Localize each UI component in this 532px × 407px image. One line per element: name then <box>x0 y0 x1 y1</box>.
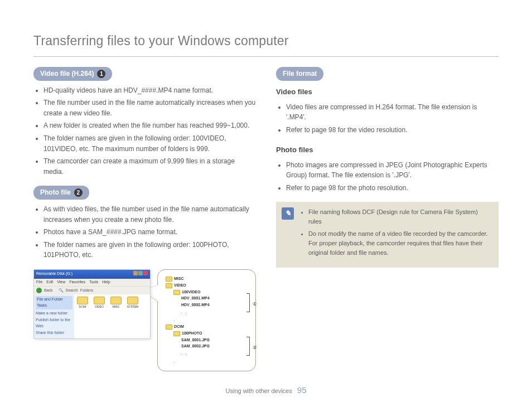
window-buttons <box>133 271 148 278</box>
sidebar-item: Publish folder to the Web <box>36 317 72 330</box>
list-item: Video files are compressed in H.264 form… <box>286 102 499 123</box>
tool-search: 🔍 <box>59 288 64 294</box>
tree-label: MISC <box>174 276 184 282</box>
bracket-label: ② <box>253 345 257 351</box>
list-item: A new folder is created when the file nu… <box>43 120 256 131</box>
tree-node: DCIM <box>166 324 239 330</box>
subhead-photo-files: Photo files <box>276 144 499 156</box>
tree-label: 100PHOTO <box>182 331 202 337</box>
explorer-titlebar: Removable Disk (G:) <box>34 270 150 279</box>
explorer-title: Removable Disk (G:) <box>36 271 72 278</box>
pill-label: Video file (H.264) <box>40 69 94 79</box>
explorer-sidebar: File and Folder Tasks Make a new folder … <box>34 294 74 338</box>
diagram-row: Removable Disk (G:) File Edit View Favor… <box>33 269 256 371</box>
folder-icon <box>166 283 172 288</box>
list-item: Refer to page 98 for the video resolutio… <box>286 125 499 135</box>
list-item: The camcorder can create a maximum of 9,… <box>43 156 256 177</box>
folder-label: MISC <box>110 305 122 309</box>
list-item: The folder names are given in the follow… <box>43 133 256 154</box>
folder-tree-callout: MISC VIDEO 100VIDEO HDV_0001.MP4 HDV_000… <box>157 269 256 371</box>
tree-file: SAM_0001.JPG <box>181 337 239 343</box>
folder-label: DCIM <box>76 305 89 309</box>
video-bullets: HD-quality videos have an HDV_####.MP4 n… <box>33 85 256 177</box>
divider <box>33 56 499 57</box>
tree-dots: . . <box>181 350 239 357</box>
close-icon <box>143 271 148 275</box>
file-label: HDV_0001.MP4 <box>181 295 210 302</box>
tool-search-label: Search <box>66 288 78 294</box>
back-icon <box>36 288 42 293</box>
pill-number-icon: 1 <box>97 70 105 78</box>
pill-photo-file: Photo file 2 <box>33 186 89 200</box>
folder-icon <box>166 324 172 330</box>
bracket-icon <box>246 337 250 356</box>
tree-label: VIDEO <box>174 283 186 289</box>
list-item: The folder names are given in the follow… <box>43 240 256 260</box>
bracket-icon <box>246 293 250 312</box>
list-item: HD-quality videos have an HDV_####.MP4 n… <box>43 85 256 96</box>
folder-item: DCIM <box>76 297 89 336</box>
tree-label: 100VIDEO <box>182 289 200 295</box>
list-item: File naming follows DCF (Design rule for… <box>308 207 491 226</box>
tool-folders-label: Folders <box>80 288 93 294</box>
tree-node: VIDEO <box>166 283 239 289</box>
list-item: Photo images are compressed in JPEG (Joi… <box>286 160 499 181</box>
tool-back: Back <box>44 288 53 294</box>
photo-bullets: As with video files, the file number use… <box>33 204 256 260</box>
file-label: HDV_0002.MP4 <box>181 302 210 308</box>
folder-icon <box>77 297 88 304</box>
folder-icon <box>173 290 180 295</box>
folder-label: SYSTEM <box>127 305 139 309</box>
folder-item: SYSTEM <box>127 297 139 336</box>
min-icon <box>133 271 138 275</box>
tree-label: DCIM <box>174 324 184 330</box>
footer-section: Using with other devices <box>226 387 292 394</box>
explorer-menu: File Edit View Favorites Tools Help <box>34 279 150 286</box>
explorer-window: Removable Disk (G:) File Edit View Favor… <box>33 269 151 339</box>
folder-icon <box>173 331 180 336</box>
note-icon: ✎ <box>282 207 294 220</box>
sidebar-item: Make a new folder <box>36 311 72 317</box>
tree-file: HDV_0002.MP4 <box>181 302 239 308</box>
bracket-label: ① <box>253 301 257 308</box>
menu-item: File <box>36 280 42 284</box>
explorer-files: DCIM VIDEO MISC SYSTEM <box>74 294 150 338</box>
video-format-bullets: Video files are compressed in H.264 form… <box>276 102 499 135</box>
sidebar-item: Share this folder <box>36 330 72 336</box>
page-title: Transferring files to your Windows compu… <box>33 33 499 49</box>
list-item: The file number used in the file name au… <box>43 98 256 118</box>
tree-node: MISC <box>166 276 239 282</box>
left-column: Video file (H.264) 1 HD-quality videos h… <box>33 67 256 371</box>
max-icon <box>138 271 143 275</box>
tree-node: 100PHOTO <box>173 331 239 337</box>
folder-item: VIDEO <box>93 297 105 336</box>
note-box: ✎ File naming follows DCF (Design rule f… <box>276 202 499 267</box>
folder-icon <box>94 297 105 304</box>
menu-item: View <box>57 280 65 284</box>
folder-label: VIDEO <box>93 305 105 309</box>
tree-file: HDV_0001.MP4 <box>181 295 239 302</box>
tree-file: SAM_0002.JPG <box>181 343 239 350</box>
folder-tree: MISC VIDEO 100VIDEO HDV_0001.MP4 HDV_000… <box>166 276 239 365</box>
menu-item: Favorites <box>69 280 85 284</box>
callout-wrap: MISC VIDEO 100VIDEO HDV_0001.MP4 HDV_000… <box>157 269 256 371</box>
sidebar-heading: File and Folder Tasks <box>36 296 72 309</box>
folder-item: MISC <box>110 297 122 336</box>
folder-icon <box>127 297 138 304</box>
subhead-video-files: Video files <box>276 86 499 98</box>
list-item: Refer to page 98 for the photo resolutio… <box>286 183 499 193</box>
photo-format-bullets: Photo images are compressed in JPEG (Joi… <box>276 160 499 193</box>
list-item: Photos have a SAM_####.JPG name format. <box>43 227 256 238</box>
explorer-toolbar: Back 🔍 Search Folders <box>34 286 150 295</box>
tree-dots: . <box>173 358 239 365</box>
list-item: Do not modify the name of a video file r… <box>308 229 491 258</box>
folder-icon <box>166 277 172 282</box>
menu-item: Help <box>102 280 110 284</box>
pill-video-file: Video file (H.264) 1 <box>33 67 112 81</box>
folder-icon <box>110 297 122 304</box>
tree-dots: . <box>173 317 239 323</box>
note-bullets: File naming follows DCF (Design rule for… <box>299 207 491 259</box>
pill-label: Photo file <box>40 187 71 198</box>
menu-item: Edit <box>46 280 53 284</box>
footer: Using with other devices 95 <box>0 385 532 395</box>
